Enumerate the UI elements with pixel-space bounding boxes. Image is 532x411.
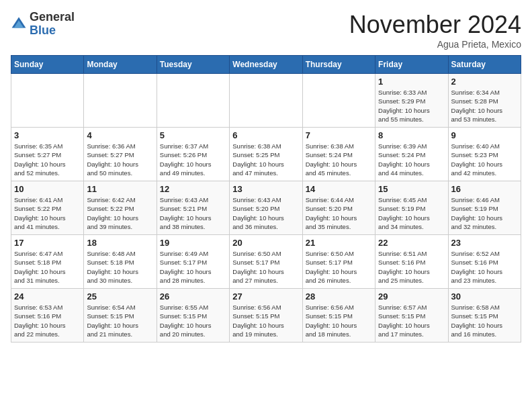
day-info: Sunrise: 6:43 AMSunset: 5:20 PMDaylight:… bbox=[232, 195, 299, 231]
day-info: Sunrise: 6:46 AMSunset: 5:19 PMDaylight:… bbox=[451, 195, 518, 231]
day-info: Sunrise: 6:50 AMSunset: 5:17 PMDaylight:… bbox=[232, 249, 299, 285]
day-info: Sunrise: 6:48 AMSunset: 5:18 PMDaylight:… bbox=[87, 249, 153, 285]
day-number: 25 bbox=[87, 291, 153, 302]
logo-general: General bbox=[30, 10, 75, 24]
calendar-cell: 30Sunrise: 6:58 AMSunset: 5:15 PMDayligh… bbox=[448, 289, 521, 342]
day-info: Sunrise: 6:36 AMSunset: 5:27 PMDaylight:… bbox=[87, 142, 153, 177]
day-number: 23 bbox=[451, 238, 518, 248]
day-number: 1 bbox=[378, 77, 445, 87]
calendar-cell: 15Sunrise: 6:45 AMSunset: 5:19 PMDayligh… bbox=[375, 181, 448, 235]
calendar-cell: 17Sunrise: 6:47 AMSunset: 5:18 PMDayligh… bbox=[11, 235, 84, 289]
day-number: 12 bbox=[160, 184, 226, 194]
calendar-cell: 27Sunrise: 6:56 AMSunset: 5:15 PMDayligh… bbox=[230, 289, 302, 342]
calendar-cell: 21Sunrise: 6:50 AMSunset: 5:17 PMDayligh… bbox=[302, 235, 375, 289]
day-info: Sunrise: 6:47 AMSunset: 5:18 PMDaylight:… bbox=[14, 249, 81, 285]
calendar-cell: 7Sunrise: 6:38 AMSunset: 5:24 PMDaylight… bbox=[302, 128, 375, 181]
calendar-cell: 14Sunrise: 6:44 AMSunset: 5:20 PMDayligh… bbox=[302, 181, 375, 235]
day-info: Sunrise: 6:38 AMSunset: 5:24 PMDaylight:… bbox=[306, 142, 372, 177]
day-number: 10 bbox=[14, 184, 81, 194]
day-number: 15 bbox=[378, 184, 445, 194]
calendar-cell: 22Sunrise: 6:51 AMSunset: 5:16 PMDayligh… bbox=[375, 235, 448, 289]
day-number: 16 bbox=[451, 184, 518, 194]
calendar-cell: 16Sunrise: 6:46 AMSunset: 5:19 PMDayligh… bbox=[448, 181, 521, 235]
calendar-week-1: 1Sunrise: 6:33 AMSunset: 5:29 PMDaylight… bbox=[11, 74, 521, 128]
calendar-cell: 18Sunrise: 6:48 AMSunset: 5:18 PMDayligh… bbox=[84, 235, 157, 289]
calendar-cell: 19Sunrise: 6:49 AMSunset: 5:17 PMDayligh… bbox=[157, 235, 229, 289]
calendar-cell bbox=[230, 74, 302, 128]
day-number: 17 bbox=[14, 238, 81, 248]
day-number: 19 bbox=[160, 238, 226, 248]
day-info: Sunrise: 6:56 AMSunset: 5:15 PMDaylight:… bbox=[306, 303, 372, 338]
day-info: Sunrise: 6:57 AMSunset: 5:15 PMDaylight:… bbox=[378, 303, 445, 338]
calendar-cell: 28Sunrise: 6:56 AMSunset: 5:15 PMDayligh… bbox=[302, 289, 375, 342]
weekday-header-saturday: Saturday bbox=[448, 56, 521, 74]
calendar-cell: 11Sunrise: 6:42 AMSunset: 5:22 PMDayligh… bbox=[84, 181, 157, 235]
weekday-header-monday: Monday bbox=[84, 56, 157, 74]
day-info: Sunrise: 6:42 AMSunset: 5:22 PMDaylight:… bbox=[87, 195, 153, 231]
day-number: 26 bbox=[160, 291, 226, 302]
logo-blue: Blue bbox=[30, 24, 56, 37]
day-number: 20 bbox=[232, 238, 299, 248]
day-number: 28 bbox=[306, 291, 372, 302]
day-number: 5 bbox=[160, 130, 226, 140]
calendar-cell: 12Sunrise: 6:43 AMSunset: 5:21 PMDayligh… bbox=[157, 181, 229, 235]
day-info: Sunrise: 6:43 AMSunset: 5:21 PMDaylight:… bbox=[160, 195, 226, 231]
calendar-cell: 20Sunrise: 6:50 AMSunset: 5:17 PMDayligh… bbox=[230, 235, 302, 289]
day-number: 3 bbox=[14, 130, 81, 140]
day-number: 27 bbox=[232, 291, 299, 302]
calendar-cell bbox=[11, 74, 84, 128]
calendar-week-5: 24Sunrise: 6:53 AMSunset: 5:16 PMDayligh… bbox=[11, 289, 521, 342]
logo-icon bbox=[11, 16, 27, 32]
calendar-cell: 26Sunrise: 6:55 AMSunset: 5:15 PMDayligh… bbox=[157, 289, 229, 342]
day-number: 30 bbox=[451, 291, 518, 302]
calendar-cell bbox=[157, 74, 229, 128]
day-number: 13 bbox=[232, 184, 299, 194]
logo: General Blue bbox=[11, 11, 75, 38]
day-number: 11 bbox=[87, 184, 153, 194]
day-info: Sunrise: 6:49 AMSunset: 5:17 PMDaylight:… bbox=[160, 249, 226, 285]
calendar-body: 1Sunrise: 6:33 AMSunset: 5:29 PMDaylight… bbox=[11, 74, 521, 342]
day-info: Sunrise: 6:53 AMSunset: 5:16 PMDaylight:… bbox=[14, 303, 81, 338]
day-number: 4 bbox=[87, 130, 153, 140]
day-info: Sunrise: 6:51 AMSunset: 5:16 PMDaylight:… bbox=[378, 249, 445, 285]
calendar-cell: 8Sunrise: 6:39 AMSunset: 5:24 PMDaylight… bbox=[375, 128, 448, 181]
calendar-cell: 1Sunrise: 6:33 AMSunset: 5:29 PMDaylight… bbox=[375, 74, 448, 128]
month-title: November 2024 bbox=[349, 11, 521, 39]
calendar-cell: 25Sunrise: 6:54 AMSunset: 5:15 PMDayligh… bbox=[84, 289, 157, 342]
calendar-cell: 4Sunrise: 6:36 AMSunset: 5:27 PMDaylight… bbox=[84, 128, 157, 181]
day-number: 9 bbox=[451, 130, 518, 140]
calendar-cell: 9Sunrise: 6:40 AMSunset: 5:23 PMDaylight… bbox=[448, 128, 521, 181]
calendar-cell: 2Sunrise: 6:34 AMSunset: 5:28 PMDaylight… bbox=[448, 74, 521, 128]
calendar-cell: 29Sunrise: 6:57 AMSunset: 5:15 PMDayligh… bbox=[375, 289, 448, 342]
day-number: 24 bbox=[14, 291, 81, 302]
location: Agua Prieta, Mexico bbox=[349, 39, 521, 50]
day-info: Sunrise: 6:40 AMSunset: 5:23 PMDaylight:… bbox=[451, 142, 518, 177]
calendar-cell bbox=[302, 74, 375, 128]
weekday-header-thursday: Thursday bbox=[302, 56, 375, 74]
day-info: Sunrise: 6:52 AMSunset: 5:16 PMDaylight:… bbox=[451, 249, 518, 285]
calendar-table: SundayMondayTuesdayWednesdayThursdayFrid… bbox=[11, 55, 521, 342]
calendar-week-4: 17Sunrise: 6:47 AMSunset: 5:18 PMDayligh… bbox=[11, 235, 521, 289]
calendar-cell: 24Sunrise: 6:53 AMSunset: 5:16 PMDayligh… bbox=[11, 289, 84, 342]
day-info: Sunrise: 6:35 AMSunset: 5:27 PMDaylight:… bbox=[14, 142, 81, 177]
day-info: Sunrise: 6:38 AMSunset: 5:25 PMDaylight:… bbox=[232, 142, 299, 177]
weekday-header-sunday: Sunday bbox=[11, 56, 84, 74]
day-info: Sunrise: 6:45 AMSunset: 5:19 PMDaylight:… bbox=[378, 195, 445, 231]
day-number: 21 bbox=[306, 238, 372, 248]
day-number: 18 bbox=[87, 238, 153, 248]
calendar-cell: 6Sunrise: 6:38 AMSunset: 5:25 PMDaylight… bbox=[230, 128, 302, 181]
calendar-cell bbox=[84, 74, 157, 128]
day-number: 29 bbox=[378, 291, 445, 302]
calendar-cell: 5Sunrise: 6:37 AMSunset: 5:26 PMDaylight… bbox=[157, 128, 229, 181]
day-info: Sunrise: 6:44 AMSunset: 5:20 PMDaylight:… bbox=[306, 195, 372, 231]
title-block: November 2024 Agua Prieta, Mexico bbox=[349, 11, 521, 50]
weekday-row: SundayMondayTuesdayWednesdayThursdayFrid… bbox=[11, 56, 521, 74]
day-info: Sunrise: 6:37 AMSunset: 5:26 PMDaylight:… bbox=[160, 142, 226, 177]
weekday-header-wednesday: Wednesday bbox=[230, 56, 302, 74]
day-number: 22 bbox=[378, 238, 445, 248]
day-info: Sunrise: 6:54 AMSunset: 5:15 PMDaylight:… bbox=[87, 303, 153, 338]
day-info: Sunrise: 6:56 AMSunset: 5:15 PMDaylight:… bbox=[232, 303, 299, 338]
day-number: 7 bbox=[306, 130, 372, 140]
calendar-week-2: 3Sunrise: 6:35 AMSunset: 5:27 PMDaylight… bbox=[11, 128, 521, 181]
day-info: Sunrise: 6:58 AMSunset: 5:15 PMDaylight:… bbox=[451, 303, 518, 338]
